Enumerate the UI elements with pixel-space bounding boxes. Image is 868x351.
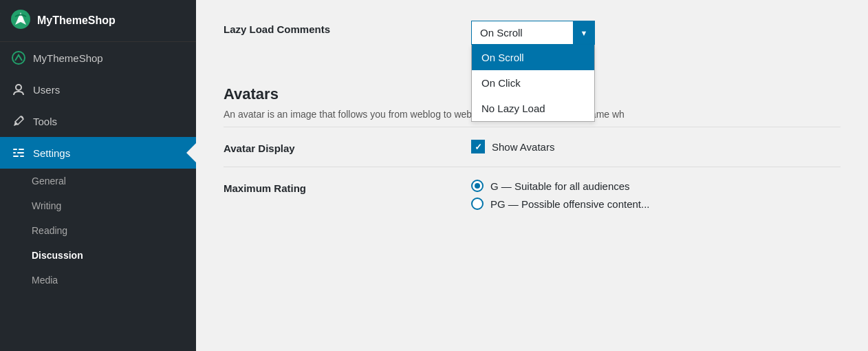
main-content: Lazy Load Comments On Scroll On Click No… bbox=[196, 0, 868, 351]
show-avatars-checkbox[interactable] bbox=[471, 140, 485, 153]
svg-rect-8 bbox=[13, 156, 19, 157]
maximum-rating-label: Maximum Rating bbox=[224, 180, 457, 194]
rating-g-label: G — Suitable for all audiences bbox=[490, 180, 630, 192]
sidebar-item-label: Users bbox=[33, 84, 60, 96]
svg-rect-7 bbox=[13, 152, 16, 153]
mythemeshop-logo-icon bbox=[11, 10, 30, 32]
sidebar: MyThemeShop MyThemeShop Users Tools bbox=[0, 0, 196, 351]
svg-rect-9 bbox=[20, 156, 24, 157]
maximum-rating-control: G — Suitable for all audiences PG — Poss… bbox=[471, 180, 840, 215]
sidebar-sub-general[interactable]: General bbox=[0, 169, 196, 193]
sidebar-item-mythemeshop[interactable]: MyThemeShop bbox=[0, 42, 196, 74]
sidebar-item-tools[interactable]: Tools bbox=[0, 105, 196, 137]
lazy-load-dropdown: On Scroll On Click No Lazy Load bbox=[471, 45, 595, 122]
sidebar-logo: MyThemeShop bbox=[0, 0, 196, 42]
svg-rect-5 bbox=[19, 149, 24, 150]
lazy-load-row: Lazy Load Comments On Scroll On Click No… bbox=[224, 21, 840, 72]
avatar-display-row: Avatar Display Show Avatars bbox=[224, 127, 840, 167]
avatar-display-control: Show Avatars bbox=[471, 140, 840, 153]
sidebar-item-users[interactable]: Users bbox=[0, 74, 196, 105]
sidebar-item-label: Settings bbox=[33, 147, 70, 159]
sidebar-item-label: Tools bbox=[33, 116, 57, 127]
dropdown-option-on-click[interactable]: On Click bbox=[472, 70, 594, 96]
show-avatars-row: Show Avatars bbox=[471, 140, 840, 153]
svg-point-3 bbox=[16, 85, 21, 90]
rating-pg-radio[interactable] bbox=[471, 198, 484, 210]
svg-point-2 bbox=[12, 52, 25, 64]
maximum-rating-row: Maximum Rating G — Suitable for all audi… bbox=[224, 167, 840, 228]
sidebar-sub-reading[interactable]: Reading bbox=[0, 218, 196, 243]
sidebar-item-settings[interactable]: Settings bbox=[0, 137, 196, 169]
rating-g-radio[interactable] bbox=[471, 180, 484, 192]
svg-rect-4 bbox=[13, 149, 17, 150]
mythemeshop-icon bbox=[11, 50, 26, 65]
sidebar-sub-writing[interactable]: Writing bbox=[0, 193, 196, 218]
tools-icon bbox=[11, 114, 26, 129]
rating-g-row: G — Suitable for all audiences bbox=[471, 180, 840, 192]
rating-pg-row: PG — Possible offensive content... bbox=[471, 198, 840, 210]
lazy-load-select-wrapper: On Scroll On Click No Lazy Load On Scrol… bbox=[471, 21, 595, 45]
rating-pg-label: PG — Possible offensive content... bbox=[490, 198, 650, 210]
avatar-display-label: Avatar Display bbox=[224, 140, 457, 154]
show-avatars-label: Show Avatars bbox=[492, 141, 554, 153]
sidebar-submenu: General Writing Reading Discussion Media bbox=[0, 169, 196, 292]
sidebar-logo-text: MyThemeShop bbox=[37, 14, 116, 27]
users-icon bbox=[11, 82, 26, 97]
svg-point-1 bbox=[18, 17, 23, 22]
lazy-load-control: On Scroll On Click No Lazy Load On Scrol… bbox=[471, 21, 840, 59]
dropdown-option-on-scroll[interactable]: On Scroll bbox=[472, 45, 594, 70]
svg-rect-6 bbox=[17, 152, 24, 153]
lazy-load-label: Lazy Load Comments bbox=[224, 21, 457, 35]
lazy-load-select[interactable]: On Scroll On Click No Lazy Load bbox=[471, 21, 595, 45]
dropdown-option-no-lazy[interactable]: No Lazy Load bbox=[472, 96, 594, 121]
sidebar-item-label: MyThemeShop bbox=[33, 52, 103, 64]
settings-icon bbox=[11, 145, 26, 160]
sidebar-sub-discussion[interactable]: Discussion bbox=[0, 243, 196, 268]
sidebar-sub-media[interactable]: Media bbox=[0, 268, 196, 292]
